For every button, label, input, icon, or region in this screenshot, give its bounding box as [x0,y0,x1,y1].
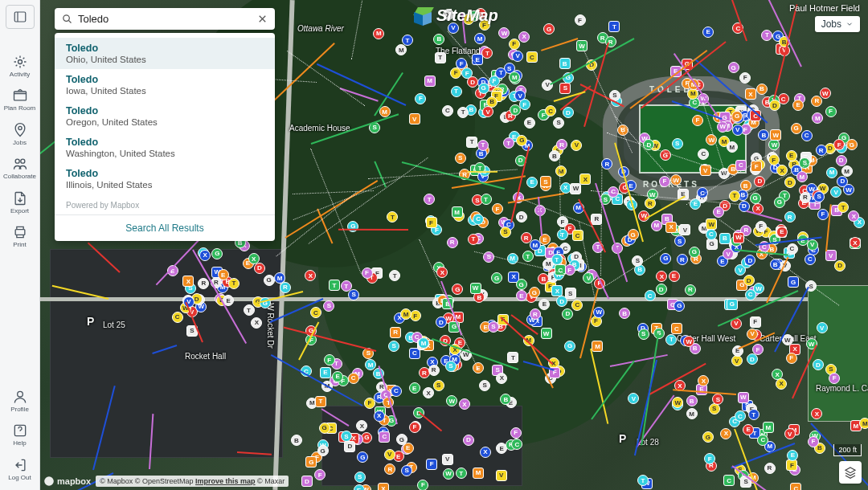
utility-marker[interactable]: T [424,194,435,205]
utility-marker[interactable]: G [317,445,329,456]
search-box[interactable] [55,8,275,30]
utility-marker[interactable]: M [555,165,567,177]
utility-marker[interactable]: F [692,115,703,126]
utility-marker[interactable]: C [526,51,538,63]
utility-marker[interactable]: F [768,154,780,165]
utility-marker[interactable]: V [825,250,837,261]
utility-marker[interactable]: C [723,475,735,486]
utility-marker[interactable]: B [758,129,769,141]
utility-marker[interactable]: T [341,280,352,292]
utility-marker[interactable]: S [559,83,571,94]
utility-marker[interactable]: X [378,483,389,490]
utility-marker[interactable]: S [672,138,683,149]
utility-marker[interactable]: B [756,84,768,95]
utility-marker[interactable]: M [727,141,738,153]
utility-marker[interactable]: W [541,328,552,339]
utility-marker[interactable]: C [473,214,484,225]
utility-marker[interactable]: B [433,34,444,45]
utility-marker[interactable]: S [674,235,686,247]
sidebar-item-print[interactable]: Print [2,222,38,251]
utility-marker[interactable]: F [410,310,421,321]
utility-marker[interactable]: D [562,308,573,320]
utility-marker[interactable]: G [791,123,802,134]
utility-marker[interactable]: G [689,247,700,258]
utility-marker[interactable]: D [436,316,447,328]
utility-marker[interactable]: G [305,456,317,468]
utility-marker[interactable]: X [305,270,316,281]
utility-marker[interactable]: X [745,88,756,100]
utility-marker[interactable]: E [538,299,550,310]
utility-marker[interactable]: X [656,271,667,282]
sidebar-item-collaborate[interactable]: Collaborate [2,153,38,182]
utility-marker[interactable]: C [745,289,756,300]
utility-marker[interactable]: R [601,158,612,169]
utility-marker[interactable]: M [812,112,823,124]
utility-marker[interactable]: S [813,191,825,202]
utility-marker[interactable]: D [744,255,755,266]
utility-marker[interactable]: R [390,327,401,338]
utility-marker[interactable]: E [320,367,331,378]
utility-marker[interactable]: W [470,283,481,294]
utility-marker[interactable]: V [830,186,841,198]
utility-marker[interactable]: T [402,35,413,46]
utility-marker[interactable]: C [790,483,801,490]
utility-marker[interactable]: X [698,375,709,386]
utility-marker[interactable]: T [387,211,398,223]
utility-marker[interactable]: X [776,378,787,390]
utility-marker[interactable]: T [748,409,760,420]
utility-marker[interactable]: D [834,260,845,272]
utility-marker[interactable]: W [717,121,728,133]
utility-marker[interactable]: E [409,382,420,394]
utility-marker[interactable]: V [542,80,553,91]
utility-marker[interactable]: V [807,239,818,251]
utility-marker[interactable]: C [571,300,583,311]
utility-marker[interactable]: C [310,307,321,318]
utility-marker[interactable]: F [750,316,761,328]
utility-marker[interactable]: T [665,334,677,345]
utility-marker[interactable]: G [702,431,714,443]
utility-marker[interactable]: C [735,410,746,422]
utility-marker[interactable]: S [553,117,564,129]
utility-marker[interactable]: T [522,251,534,262]
utility-marker[interactable]: X [182,276,194,287]
utility-marker[interactable]: W [770,129,781,141]
utility-marker[interactable]: X [356,420,367,431]
utility-marker[interactable]: G [728,62,739,73]
utility-marker[interactable]: X [436,267,448,278]
utility-marker[interactable]: M [859,418,868,429]
search-result[interactable]: Toledo Oregon, United States [55,100,275,132]
utility-marker[interactable]: C [787,243,798,255]
utility-marker[interactable]: M [379,106,391,117]
utility-marker[interactable]: M [686,408,698,419]
utility-marker[interactable]: F [509,39,520,50]
utility-marker[interactable]: V [384,449,395,460]
utility-marker[interactable]: D [743,275,755,286]
utility-marker[interactable]: S [565,288,576,299]
utility-marker[interactable]: T [466,137,477,148]
utility-marker[interactable]: D [747,353,758,365]
clear-search-icon[interactable] [256,13,268,25]
sidebar-item-activity[interactable]: Activity [2,51,38,80]
sidebar-item-jobs[interactable]: Jobs [2,120,38,149]
utility-marker[interactable]: D [463,435,474,446]
utility-marker[interactable]: T [477,140,489,151]
utility-marker[interactable]: F [362,267,373,279]
utility-marker[interactable]: S [401,465,412,476]
utility-marker[interactable]: G [211,248,223,259]
utility-marker[interactable]: D [510,104,521,116]
utility-marker[interactable]: C [757,435,768,446]
utility-marker[interactable]: M [395,44,407,55]
utility-marker[interactable]: W [446,395,457,406]
app-menu-button[interactable] [6,5,35,29]
utility-marker[interactable]: S [653,328,665,339]
utility-marker[interactable]: G [516,279,527,290]
utility-marker[interactable]: F [415,93,426,104]
utility-marker[interactable]: V [512,51,523,62]
utility-marker[interactable]: G [264,275,275,286]
utility-marker[interactable]: E [702,27,714,38]
utility-marker[interactable]: X [459,398,470,410]
utility-marker[interactable]: B [291,435,302,446]
utility-marker[interactable]: V [731,355,743,366]
utility-marker[interactable]: T [481,194,492,205]
utility-marker[interactable]: V [817,322,828,333]
